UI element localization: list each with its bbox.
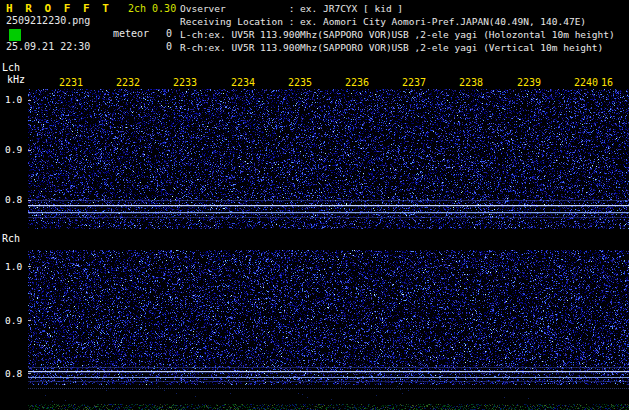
observer-line: Ovserver : ex. JR7CYX [ kid ] [180, 2, 615, 15]
lch-spectrogram [28, 89, 629, 229]
rch-spectrogram [28, 250, 629, 385]
time-label: 2238 [456, 77, 486, 88]
rch-receiver-line: R-ch:ex. UV5R 113.900Mhz(SAPPORO VOR)USB… [180, 41, 615, 54]
lch-freq-tick: 0.9 [5, 144, 25, 155]
rch-freq-tick: 0.9 [5, 315, 25, 326]
time-label: 2231 [56, 77, 86, 88]
rch-axis-label: Rch [2, 233, 20, 244]
lch-freq-tick: 1.0 [5, 94, 25, 105]
rch-freq-tick: 1.0 [5, 261, 25, 272]
time-label: 2236 [342, 77, 372, 88]
time-label: 2239 [514, 77, 544, 88]
time-label: 2234 [228, 77, 258, 88]
app-version: 2ch 0.30 [128, 3, 176, 14]
observation-datetime: 25.09.21 22:30 [6, 41, 90, 52]
time-label: 2232 [113, 77, 143, 88]
meteor-legend-label: meteor [113, 28, 149, 39]
hrofft-window: H R O F F T 2ch 0.30 2509212230.png mete… [0, 0, 629, 410]
lch-axis-label: Lch [2, 62, 20, 73]
meteor-legend-swatch-icon [9, 29, 21, 41]
meteor-count: 0 [158, 28, 172, 39]
lch-freq-tick: 0.8 [5, 194, 25, 205]
signal-level-strip [28, 386, 629, 410]
time-label: 2237 [399, 77, 429, 88]
time-label: 2235 [285, 77, 315, 88]
rch-freq-tick: 0.8 [5, 368, 25, 379]
app-title: H R O F F T [6, 2, 112, 15]
khz-unit-label: kHz [7, 74, 25, 85]
time-label: 2233 [170, 77, 200, 88]
lch-receiver-line: L-ch:ex. UV5R 113.900Mhz(SAPPORO VOR)USB… [180, 28, 615, 41]
time-label: 2240 [571, 77, 601, 88]
meteor-count-secondary: 0 [158, 41, 172, 52]
receiver-info-block: Ovserver : ex. JR7CYX [ kid ] Receiving … [180, 2, 615, 54]
output-filename: 2509212230.png [6, 15, 90, 26]
time-label-partial: 16 [601, 77, 613, 88]
receiving-location-line: Receiving Location : ex. Aomori City Aom… [180, 15, 615, 28]
